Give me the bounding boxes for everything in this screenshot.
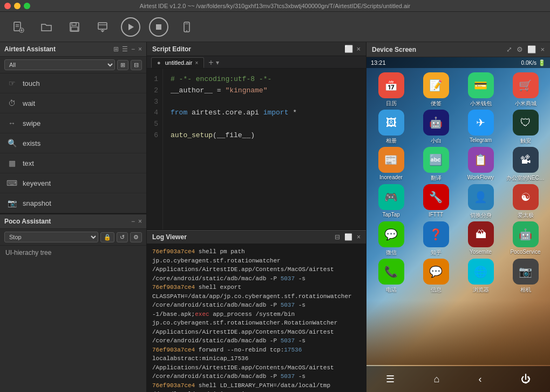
app-icon-微信: 💬 — [378, 221, 404, 247]
app-icon-wrapper-爱太极[interactable]: ☯ 爱太极 — [506, 184, 545, 219]
wait-icon: ⏱ — [6, 98, 17, 109]
app-icon-wrapper-小白[interactable]: 🤖 小白 — [417, 110, 456, 145]
poco-collapse-button[interactable]: − — [131, 218, 135, 225]
log-entry: 76ef903a7ce4 shell LD_LIBRARY_PATH=/data… — [152, 381, 361, 390]
app-icon-wrapper-小米商城[interactable]: 🛒 小米商城 — [506, 72, 545, 107]
assistant-item-touch[interactable]: ☞ touch — [0, 73, 146, 93]
export-button[interactable] — [93, 17, 112, 37]
phone-status-bar: 13:21 0.0K/s 🔋 — [366, 57, 550, 68]
app-icon-wrapper-办公室的NEC投影[interactable]: 📽 办公室的NEC投影 — [506, 147, 545, 182]
nav-menu-button[interactable]: ☰ — [382, 369, 399, 389]
list-icon-button[interactable]: ⊟ — [131, 60, 142, 70]
exists-icon: 🔍 — [6, 138, 17, 148]
poco-refresh-button[interactable]: ↺ — [117, 232, 128, 242]
new-file-button[interactable] — [9, 17, 28, 37]
app-icon-wrapper-电话[interactable]: 📞 电话 — [372, 259, 411, 294]
poco-mode-dropdown[interactable]: Stop Run Pause — [4, 232, 98, 242]
play-button[interactable] — [121, 17, 140, 37]
close-button[interactable] — [4, 3, 11, 9]
code-editor-area[interactable]: 1 2 3 4 5 6 # -*- encoding:utf-8 -*- __a… — [147, 69, 366, 229]
play-icon — [127, 23, 134, 31]
editor-tab-untitled[interactable]: ● untitled.air × — [151, 57, 204, 68]
app-icon-wrapper-相册[interactable]: 🖼 相册 — [372, 110, 411, 145]
app-icon-wrapper-Telegram[interactable]: ✈ Telegram — [461, 110, 500, 145]
add-tab-button[interactable]: + — [208, 58, 213, 67]
app-label-日历: 日历 — [372, 100, 411, 107]
app-icon-触安: 🛡 — [513, 110, 539, 136]
app-label-IFTTT: IFTTT — [417, 212, 456, 218]
stop-button[interactable] — [149, 17, 168, 37]
grid-view-button[interactable]: ⊞ — [113, 45, 119, 53]
app-icon-wrapper-信息[interactable]: 💬 信息 — [417, 259, 456, 294]
log-entry: 76ef903a7ce4 shell export — [152, 283, 361, 292]
device-close-button[interactable]: × — [540, 45, 545, 53]
nav-home-button[interactable]: ⌂ — [429, 369, 444, 389]
app-icon-wrapper-触安[interactable]: 🛡 触安 — [506, 110, 545, 145]
app-icon-wrapper-Yosemite[interactable]: 🏔 Yosemite — [461, 221, 500, 256]
assistant-item-keyevent[interactable]: ⌨ keyevent — [0, 173, 146, 193]
app-icon-wrapper-微信[interactable]: 💬 微信 — [372, 221, 411, 256]
app-label-切换分身: 切换分身 — [461, 212, 500, 219]
device-fullscreen-button[interactable]: ⤢ — [506, 45, 512, 53]
device-button[interactable] — [177, 17, 196, 37]
svg-rect-8 — [71, 27, 78, 31]
app-icon-wrapper-小米钱包[interactable]: 💳 小米钱包 — [461, 72, 500, 107]
log-expand-button[interactable]: ⬜ — [344, 233, 352, 241]
app-icon-wrapper-浏览器[interactable]: 🌐 浏览器 — [461, 259, 500, 294]
editor-expand-button[interactable]: ⬜ — [344, 45, 353, 53]
assistant-item-text[interactable]: ▦ text — [0, 153, 146, 173]
poco-close-button[interactable]: × — [138, 218, 142, 225]
poco-lock-button[interactable]: 🔒 — [100, 232, 114, 242]
code-content[interactable]: # -*- encoding:utf-8 -*- __author__ = "k… — [163, 69, 304, 229]
tabs-more-button[interactable]: ▾ — [216, 59, 219, 66]
app-icon-wrapper-IFTTT[interactable]: 🔧 IFTTT — [417, 184, 456, 219]
app-label-微信: 微信 — [372, 249, 411, 256]
airtest-collapse-button[interactable]: − — [131, 45, 135, 53]
app-icon-wrapper-切换分身[interactable]: 👤 切换分身 — [461, 184, 500, 219]
airtest-assistant-header: Airtest Assistant ⊞ ☰ − × — [0, 42, 146, 57]
swipe-icon: ↔ — [6, 118, 17, 129]
open-folder-button[interactable] — [37, 17, 56, 37]
poco-settings-button[interactable]: ⚙ — [130, 232, 142, 242]
assistant-item-exists[interactable]: 🔍 exists — [0, 133, 146, 153]
app-row-4: 💬 微信 ❓ 知乎 🏔 Yosemite 🤖 PocoService — [369, 221, 548, 256]
app-label-相册: 相册 — [372, 137, 411, 145]
nav-power-button[interactable]: ⏻ — [517, 369, 535, 389]
log-entry: 76ef903a7ce4 shell pm path — [152, 247, 361, 256]
svg-marker-12 — [128, 24, 134, 30]
minimize-button[interactable] — [14, 3, 21, 9]
filter-dropdown[interactable]: All touch wait swipe exists text keyeven… — [4, 59, 115, 70]
grid-icon-button[interactable]: ⊞ — [117, 60, 128, 70]
assistant-item-wait[interactable]: ⏱ wait — [0, 93, 146, 113]
save-button[interactable] — [65, 17, 84, 37]
maximize-button[interactable] — [24, 3, 30, 9]
log-entry: CLASSPATH=/data/app/jp.co.cyberagent.stf… — [152, 292, 361, 301]
app-icon-wrapper-翻译[interactable]: 🔤 翻译 — [417, 147, 456, 182]
airtest-close-button[interactable]: × — [138, 45, 142, 53]
app-icon-wrapper-相机[interactable]: 📷 相机 — [506, 259, 545, 294]
editor-close-button[interactable]: × — [356, 45, 361, 53]
keyevent-icon: ⌨ — [6, 178, 17, 188]
tab-close-button[interactable]: × — [195, 60, 198, 66]
device-expand-button[interactable]: ⬜ — [527, 45, 536, 53]
log-entry: /data/local/tmp/minicap -i — [152, 390, 361, 392]
device-settings-button[interactable]: ⚙ — [517, 45, 523, 53]
app-icon-wrapper-PocoService[interactable]: 🤖 PocoService — [506, 221, 545, 256]
app-icon-wrapper-Inoreader[interactable]: 📰 Inoreader — [372, 147, 411, 182]
log-close-button[interactable]: × — [357, 233, 361, 241]
app-icon-wrapper-知乎[interactable]: ❓ 知乎 — [417, 221, 456, 256]
app-icon-wrapper-便签[interactable]: 📝 便签 — [417, 72, 456, 107]
app-icon-wrapper-TapTap[interactable]: 🎮 TapTap — [372, 184, 411, 219]
assistant-item-label: text — [23, 159, 34, 167]
airtest-assistant: Airtest Assistant ⊞ ☰ − × All touch wait… — [0, 42, 146, 213]
app-icon-wrapper-WorkFlowy[interactable]: 📋 WorkFlowy — [461, 147, 500, 182]
poco-tree-item[interactable]: UI-hierachy tree — [0, 246, 146, 260]
nav-back-button[interactable]: ‹ — [474, 369, 486, 389]
phone-screen: 13:21 0.0K/s 🔋 📅 日历 📝 便签 💳 小米钱包 🛒 小米商城 🖼 — [366, 57, 550, 392]
log-filter-button[interactable]: ⊟ — [335, 233, 340, 241]
assistant-item-snapshot[interactable]: 📷 snapshot — [0, 193, 146, 213]
assistant-item-swipe[interactable]: ↔ swipe — [0, 113, 146, 133]
app-icon-wrapper-日历[interactable]: 📅 日历 — [372, 72, 411, 107]
log-entry: /Applications/AirtestIDE.app/Contents/Ma… — [152, 328, 361, 337]
list-view-button[interactable]: ☰ — [122, 45, 128, 53]
